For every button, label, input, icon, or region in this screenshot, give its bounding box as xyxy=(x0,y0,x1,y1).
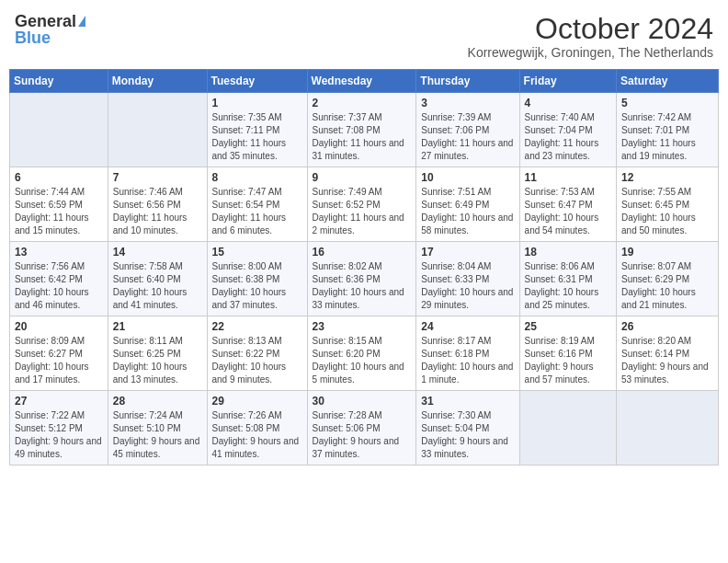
day-detail: Sunrise: 8:07 AM Sunset: 6:29 PM Dayligh… xyxy=(621,260,713,312)
calendar-cell: 8Sunrise: 7:47 AM Sunset: 6:54 PM Daylig… xyxy=(207,167,307,242)
col-thursday: Thursday xyxy=(416,70,519,93)
calendar-cell: 18Sunrise: 8:06 AM Sunset: 6:31 PM Dayli… xyxy=(519,242,616,316)
day-number: 1 xyxy=(212,97,302,109)
calendar-cell: 5Sunrise: 7:42 AM Sunset: 7:01 PM Daylig… xyxy=(617,93,719,167)
day-detail: Sunrise: 7:22 AM Sunset: 5:12 PM Dayligh… xyxy=(15,409,103,461)
calendar-cell: 1Sunrise: 7:35 AM Sunset: 7:11 PM Daylig… xyxy=(207,93,307,167)
calendar-cell: 12Sunrise: 7:55 AM Sunset: 6:45 PM Dayli… xyxy=(617,167,719,242)
calendar-week-row: 27Sunrise: 7:22 AM Sunset: 5:12 PM Dayli… xyxy=(10,391,719,465)
day-number: 14 xyxy=(113,246,202,259)
calendar-cell: 10Sunrise: 7:51 AM Sunset: 6:49 PM Dayli… xyxy=(416,167,519,242)
calendar-cell: 19Sunrise: 8:07 AM Sunset: 6:29 PM Dayli… xyxy=(617,242,719,316)
col-tuesday: Tuesday xyxy=(207,70,307,93)
day-number: 7 xyxy=(113,171,202,184)
day-detail: Sunrise: 7:46 AM Sunset: 6:56 PM Dayligh… xyxy=(113,186,202,237)
calendar-cell: 22Sunrise: 8:13 AM Sunset: 6:22 PM Dayli… xyxy=(207,316,307,391)
day-number: 13 xyxy=(15,246,103,259)
day-detail: Sunrise: 7:51 AM Sunset: 6:49 PM Dayligh… xyxy=(421,186,514,237)
day-number: 25 xyxy=(525,320,611,333)
calendar-cell: 30Sunrise: 7:28 AM Sunset: 5:06 PM Dayli… xyxy=(307,391,416,465)
day-number: 8 xyxy=(212,171,302,184)
calendar-cell: 15Sunrise: 8:00 AM Sunset: 6:38 PM Dayli… xyxy=(207,242,307,316)
calendar-week-row: 13Sunrise: 7:56 AM Sunset: 6:42 PM Dayli… xyxy=(10,242,719,316)
day-detail: Sunrise: 7:56 AM Sunset: 6:42 PM Dayligh… xyxy=(15,260,103,312)
calendar-cell: 3Sunrise: 7:39 AM Sunset: 7:06 PM Daylig… xyxy=(416,93,519,167)
calendar-cell: 21Sunrise: 8:11 AM Sunset: 6:25 PM Dayli… xyxy=(108,316,207,391)
calendar-cell xyxy=(10,93,108,167)
calendar-cell: 6Sunrise: 7:44 AM Sunset: 6:59 PM Daylig… xyxy=(10,167,108,242)
day-detail: Sunrise: 7:35 AM Sunset: 7:11 PM Dayligh… xyxy=(212,111,302,163)
day-number: 24 xyxy=(421,320,514,333)
day-number: 16 xyxy=(313,246,412,259)
day-number: 6 xyxy=(15,171,103,184)
calendar-cell: 4Sunrise: 7:40 AM Sunset: 7:04 PM Daylig… xyxy=(519,93,616,167)
day-detail: Sunrise: 7:44 AM Sunset: 6:59 PM Dayligh… xyxy=(15,186,103,237)
calendar-header-row: Sunday Monday Tuesday Wednesday Thursday… xyxy=(10,70,719,93)
day-detail: Sunrise: 7:39 AM Sunset: 7:06 PM Dayligh… xyxy=(421,111,514,163)
calendar-cell: 16Sunrise: 8:02 AM Sunset: 6:36 PM Dayli… xyxy=(307,242,416,316)
day-detail: Sunrise: 8:02 AM Sunset: 6:36 PM Dayligh… xyxy=(313,260,412,312)
day-detail: Sunrise: 7:49 AM Sunset: 6:52 PM Dayligh… xyxy=(313,186,412,237)
day-detail: Sunrise: 7:53 AM Sunset: 6:47 PM Dayligh… xyxy=(525,186,611,237)
day-detail: Sunrise: 8:06 AM Sunset: 6:31 PM Dayligh… xyxy=(525,260,611,312)
day-number: 28 xyxy=(113,395,202,408)
calendar-cell: 14Sunrise: 7:58 AM Sunset: 6:40 PM Dayli… xyxy=(108,242,207,316)
day-number: 27 xyxy=(15,395,103,408)
calendar-cell: 27Sunrise: 7:22 AM Sunset: 5:12 PM Dayli… xyxy=(10,391,108,465)
day-detail: Sunrise: 7:42 AM Sunset: 7:01 PM Dayligh… xyxy=(621,111,713,163)
logo-general-text: General xyxy=(15,13,76,29)
day-detail: Sunrise: 7:24 AM Sunset: 5:10 PM Dayligh… xyxy=(113,409,202,461)
calendar-cell: 29Sunrise: 7:26 AM Sunset: 5:08 PM Dayli… xyxy=(207,391,307,465)
page-header: General Blue October 2024 Korrewegwijk, … xyxy=(9,9,719,63)
calendar-cell xyxy=(108,93,207,167)
calendar-week-row: 20Sunrise: 8:09 AM Sunset: 6:27 PM Dayli… xyxy=(10,316,719,391)
day-detail: Sunrise: 8:09 AM Sunset: 6:27 PM Dayligh… xyxy=(15,335,103,386)
logo: General Blue xyxy=(15,13,85,46)
day-number: 11 xyxy=(525,171,611,184)
day-number: 23 xyxy=(313,320,412,333)
calendar-cell: 24Sunrise: 8:17 AM Sunset: 6:18 PM Dayli… xyxy=(416,316,519,391)
day-detail: Sunrise: 7:55 AM Sunset: 6:45 PM Dayligh… xyxy=(621,186,713,237)
day-number: 15 xyxy=(212,246,302,259)
day-detail: Sunrise: 7:37 AM Sunset: 7:08 PM Dayligh… xyxy=(313,111,412,163)
day-number: 30 xyxy=(313,395,412,408)
day-number: 3 xyxy=(421,97,514,109)
calendar-cell: 13Sunrise: 7:56 AM Sunset: 6:42 PM Dayli… xyxy=(10,242,108,316)
month-year-title: October 2024 xyxy=(468,13,713,45)
calendar-cell xyxy=(617,391,719,465)
day-detail: Sunrise: 8:15 AM Sunset: 6:20 PM Dayligh… xyxy=(313,335,412,386)
calendar-cell: 31Sunrise: 7:30 AM Sunset: 5:04 PM Dayli… xyxy=(416,391,519,465)
day-number: 29 xyxy=(212,395,302,408)
col-friday: Friday xyxy=(519,70,616,93)
day-number: 10 xyxy=(421,171,514,184)
day-detail: Sunrise: 8:17 AM Sunset: 6:18 PM Dayligh… xyxy=(421,335,514,386)
day-number: 19 xyxy=(621,246,713,259)
day-number: 20 xyxy=(15,320,103,333)
day-detail: Sunrise: 8:13 AM Sunset: 6:22 PM Dayligh… xyxy=(212,335,302,386)
calendar-cell xyxy=(519,391,616,465)
location-subtitle: Korrewegwijk, Groningen, The Netherlands xyxy=(468,45,713,60)
calendar-table: Sunday Monday Tuesday Wednesday Thursday… xyxy=(9,69,719,465)
col-saturday: Saturday xyxy=(617,70,719,93)
day-number: 2 xyxy=(313,97,412,109)
day-number: 17 xyxy=(421,246,514,259)
calendar-cell: 2Sunrise: 7:37 AM Sunset: 7:08 PM Daylig… xyxy=(307,93,416,167)
day-detail: Sunrise: 7:30 AM Sunset: 5:04 PM Dayligh… xyxy=(421,409,514,461)
calendar-cell: 17Sunrise: 8:04 AM Sunset: 6:33 PM Dayli… xyxy=(416,242,519,316)
calendar-cell: 9Sunrise: 7:49 AM Sunset: 6:52 PM Daylig… xyxy=(307,167,416,242)
day-detail: Sunrise: 8:11 AM Sunset: 6:25 PM Dayligh… xyxy=(113,335,202,386)
day-detail: Sunrise: 8:00 AM Sunset: 6:38 PM Dayligh… xyxy=(212,260,302,312)
calendar-cell: 26Sunrise: 8:20 AM Sunset: 6:14 PM Dayli… xyxy=(617,316,719,391)
day-number: 18 xyxy=(525,246,611,259)
calendar-cell: 23Sunrise: 8:15 AM Sunset: 6:20 PM Dayli… xyxy=(307,316,416,391)
day-detail: Sunrise: 8:20 AM Sunset: 6:14 PM Dayligh… xyxy=(621,335,713,386)
day-detail: Sunrise: 7:28 AM Sunset: 5:06 PM Dayligh… xyxy=(313,409,412,461)
day-detail: Sunrise: 7:40 AM Sunset: 7:04 PM Dayligh… xyxy=(525,111,611,163)
day-number: 22 xyxy=(212,320,302,333)
day-number: 5 xyxy=(621,97,713,109)
calendar-cell: 25Sunrise: 8:19 AM Sunset: 6:16 PM Dayli… xyxy=(519,316,616,391)
calendar-week-row: 6Sunrise: 7:44 AM Sunset: 6:59 PM Daylig… xyxy=(10,167,719,242)
logo-blue-text: Blue xyxy=(15,29,51,46)
col-monday: Monday xyxy=(108,70,207,93)
day-detail: Sunrise: 7:26 AM Sunset: 5:08 PM Dayligh… xyxy=(212,409,302,461)
